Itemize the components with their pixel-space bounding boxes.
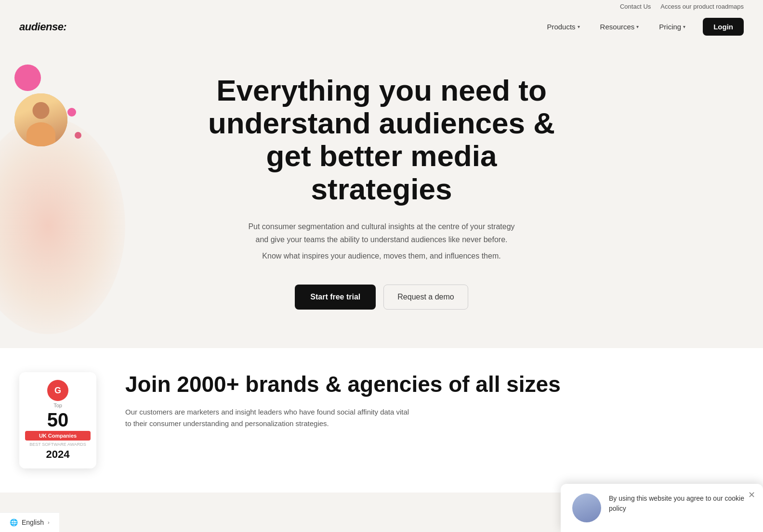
logo[interactable]: audiense: (19, 21, 66, 33)
cookie-avatar-image (572, 493, 601, 522)
navbar: audiense: Products ▾ Resources ▾ Pricing… (0, 13, 763, 45)
pink-circle-large (14, 65, 41, 91)
contact-us-link[interactable]: Contact Us (620, 3, 651, 10)
badge-top-label: Top (53, 402, 62, 408)
join-title: Join 2000+ brands & agencies of all size… (125, 372, 744, 397)
nav-pricing[interactable]: Pricing ▾ (651, 19, 693, 35)
utility-bar: Contact Us Access our product roadmaps (0, 0, 763, 13)
login-button[interactable]: Login (703, 18, 744, 36)
hero-subtitle: Put consumer segmentation and cultural i… (247, 220, 516, 246)
lower-section: G Top 50 UK Companies BEST SOFTWARE AWAR… (0, 348, 763, 493)
pricing-chevron-icon: ▾ (683, 24, 685, 29)
join-content: Join 2000+ brands & agencies of all size… (125, 372, 744, 429)
cookie-banner: By using this website you agree to our c… (561, 484, 763, 532)
language-chevron-icon: › (48, 519, 50, 525)
products-chevron-icon: ▾ (578, 24, 580, 29)
avatar-image (14, 93, 67, 146)
join-description: Our customers are marketers and insight … (125, 406, 414, 429)
pink-circle-small (67, 108, 76, 117)
nav-resources[interactable]: Resources ▾ (592, 19, 647, 35)
pink-circle-medium (75, 132, 81, 139)
hero-subtitle2: Know what inspires your audience, moves … (262, 252, 500, 260)
cookie-close-button[interactable]: ✕ (748, 490, 755, 500)
gradient-blob (0, 117, 125, 334)
g2-badge: G Top 50 UK Companies BEST SOFTWARE AWAR… (19, 372, 96, 468)
badge-top-number: 50 (47, 410, 69, 429)
language-label: English (22, 519, 44, 526)
hero-buttons: Start free trial Request a demo (295, 285, 468, 310)
badge-category: UK Companies (25, 431, 91, 441)
roadmap-link[interactable]: Access our product roadmaps (660, 3, 744, 10)
hero-section: Everything you need to understand audien… (0, 45, 763, 348)
hero-title: Everything you need to understand audien… (201, 74, 562, 206)
g2-logo: G (47, 380, 68, 401)
badge-award-text: BEST SOFTWARE AWARDS (29, 442, 86, 447)
badge-year: 2024 (46, 448, 70, 461)
nav-products[interactable]: Products ▾ (539, 19, 587, 35)
start-trial-button[interactable]: Start free trial (295, 285, 376, 310)
cookie-avatar (572, 493, 601, 522)
nav-links: Products ▾ Resources ▾ Pricing ▾ Login (539, 18, 744, 36)
request-demo-button[interactable]: Request a demo (383, 285, 468, 310)
resources-chevron-icon: ▾ (636, 24, 639, 29)
globe-icon: 🌐 (10, 519, 18, 526)
hero-avatar (14, 93, 67, 146)
cookie-text: By using this website you agree to our c… (609, 493, 751, 514)
left-decoration (0, 45, 145, 334)
language-selector[interactable]: 🌐 English › (0, 512, 59, 532)
